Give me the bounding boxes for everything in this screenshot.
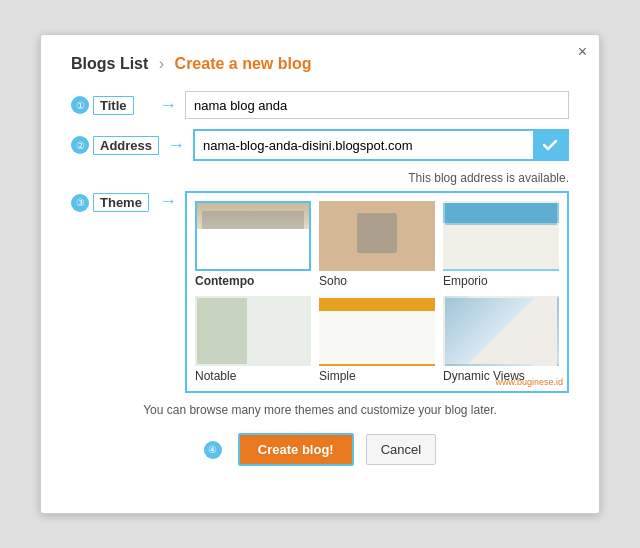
browse-msg: You can browse many more themes and cust… [71,403,569,417]
theme-label: Theme [93,193,149,212]
theme-grid-wrap[interactable]: Contempo Soho Emporio Notable Simple [185,191,569,393]
theme-thumbnail-emporio [443,201,559,271]
theme-thumbnail-simple [319,296,435,366]
step3-badge: ③ [71,194,89,212]
theme-name-simple: Simple [319,369,356,383]
theme-item-contempo[interactable]: Contempo [195,201,311,288]
theme-item-simple[interactable]: Simple [319,296,435,383]
breadcrumb-blogs[interactable]: Blogs List [71,55,148,72]
step4-badge: ④ [204,441,222,459]
theme-item-dynamic[interactable]: Dynamic Views [443,296,559,383]
theme-name-emporio: Emporio [443,274,488,288]
theme-name-soho: Soho [319,274,347,288]
theme-thumbnail-notable [195,296,311,366]
create-blog-button[interactable]: Create blog! [238,433,354,466]
address-row: ② Address → [71,129,569,161]
cancel-button[interactable]: Cancel [366,434,436,465]
create-blog-dialog: × Blogs List › Create a new blog ① Title… [40,34,600,514]
address-input[interactable] [195,131,533,159]
theme-item-emporio[interactable]: Emporio [443,201,559,288]
theme-section: ③ Theme → Contempo Soho Emporio [71,191,569,393]
address-label-area: ② Address [71,136,159,155]
address-available-msg: This blog address is available. [71,171,569,185]
address-check-button[interactable] [533,131,567,159]
title-label: Title [93,96,134,115]
step2-badge: ② [71,136,89,154]
theme-thumbnail-dynamic [443,296,559,366]
theme-grid: Contempo Soho Emporio Notable Simple [195,201,559,383]
theme-item-soho[interactable]: Soho [319,201,435,288]
theme-arrow: → [159,191,177,212]
theme-item-notable[interactable]: Notable [195,296,311,383]
footer-row: ④ Create blog! Cancel [71,433,569,466]
title-input[interactable] [185,91,569,119]
title-arrow: → [159,95,177,116]
address-arrow: → [167,135,185,156]
breadcrumb-sep: › [159,55,164,72]
theme-name-dynamic: Dynamic Views [443,369,525,383]
checkmark-icon [542,137,558,153]
theme-thumbnail-soho [319,201,435,271]
address-label: Address [93,136,159,155]
theme-thumbnail-contempo [195,201,311,271]
title-row: ① Title → [71,91,569,119]
theme-name-notable: Notable [195,369,236,383]
address-input-wrap [193,129,569,161]
step1-badge: ① [71,96,89,114]
title-label-area: ① Title [71,96,151,115]
breadcrumb-create: Create a new blog [175,55,312,72]
close-button[interactable]: × [578,43,587,61]
theme-name-contempo: Contempo [195,274,254,288]
theme-label-area: ③ Theme [71,191,151,212]
breadcrumb: Blogs List › Create a new blog [71,55,569,73]
